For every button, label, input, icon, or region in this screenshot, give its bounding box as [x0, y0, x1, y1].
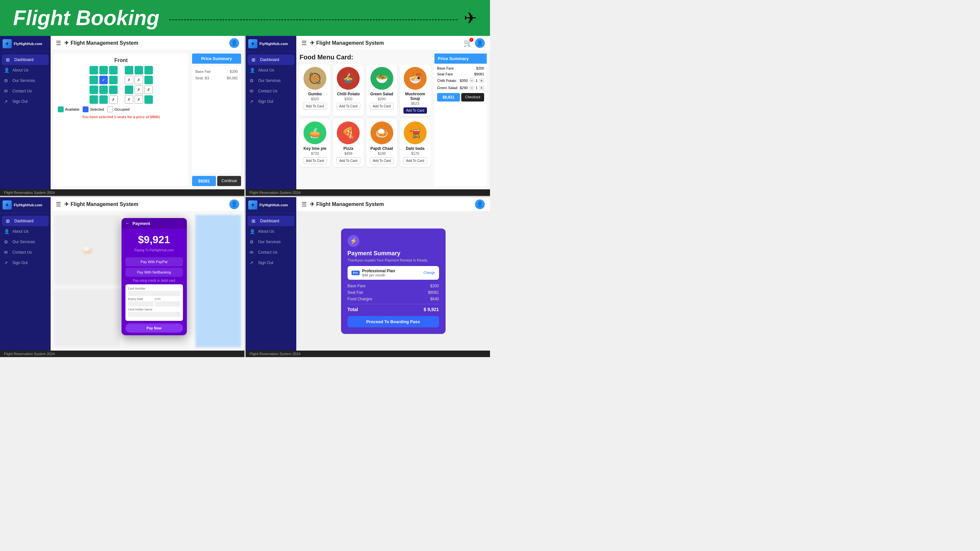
nav-contact-2[interactable]: ✉ Contact Us: [246, 86, 296, 96]
seat-row-3: ✗ ✗: [89, 86, 153, 94]
nav-contact-1[interactable]: ✉ Contact Us: [0, 86, 51, 96]
nav-label: Our Services: [258, 78, 281, 83]
add-to-card-btn[interactable]: Add To Card: [336, 103, 360, 110]
user-avatar-4[interactable]: 👤: [475, 199, 485, 209]
seat[interactable]: [109, 86, 118, 94]
seat-occupied: ✗: [145, 86, 153, 94]
seat[interactable]: [109, 76, 118, 84]
seat[interactable]: [89, 86, 98, 94]
pay-now-btn[interactable]: Pay Now: [126, 324, 183, 333]
seat[interactable]: [109, 66, 118, 75]
user-avatar-1[interactable]: 👤: [229, 38, 239, 48]
ps-seat-fare-row: Seat Fair $9081: [348, 290, 439, 295]
seat[interactable]: [145, 95, 153, 104]
cvc-input[interactable]: [155, 301, 180, 306]
nav-about-3[interactable]: 👤 About Us: [0, 226, 51, 237]
food-card-dahi: 🫕 Dahi bada $170 Add To Card: [400, 119, 431, 167]
payment-summary-area: ⚡ Payment Summary Thankyou suyash Your P…: [296, 211, 490, 351]
card-number-input[interactable]: [128, 291, 180, 296]
payment-back-btn[interactable]: ←: [126, 221, 130, 226]
add-to-card-btn[interactable]: Add To Card: [403, 157, 427, 164]
nav-signout-4[interactable]: ↗ Sign Out: [246, 257, 296, 268]
salad-plus-btn[interactable]: +: [479, 85, 484, 91]
ps-plan-change-btn[interactable]: Change: [423, 271, 435, 275]
nav-dashboard-1[interactable]: ⊞ Dashboard: [2, 54, 49, 65]
nav-signout-3[interactable]: ↗ Sign Out: [0, 257, 51, 268]
seat[interactable]: [89, 95, 98, 104]
add-to-card-btn[interactable]: Add To Card: [336, 157, 360, 164]
seat-row-1: [89, 66, 153, 75]
user-avatar-3[interactable]: 👤: [229, 199, 239, 209]
seat[interactable]: [135, 66, 143, 75]
nav-about-2[interactable]: 👤 About Us: [246, 65, 296, 75]
menu-icon-4[interactable]: ☰: [302, 201, 307, 208]
chilli-plus-btn[interactable]: +: [479, 78, 484, 83]
seat[interactable]: [145, 76, 153, 84]
add-to-card-btn[interactable]: Add To Card: [370, 103, 394, 110]
continue-button[interactable]: Continue: [217, 176, 241, 186]
sidebar-nav-1: ⊞ Dashboard 👤 About Us ⚙ Our Services ✉ …: [0, 52, 51, 110]
nav-dashboard-3[interactable]: ⊞ Dashboard: [2, 216, 49, 226]
payment-summary-card: ⚡ Payment Summary Thankyou suyash Your P…: [341, 229, 445, 334]
nav-label: Contact Us: [13, 250, 32, 255]
expiry-input[interactable]: [128, 301, 154, 306]
salad-minus-btn[interactable]: −: [469, 85, 474, 91]
nav-about-1[interactable]: 👤 About Us: [0, 65, 51, 75]
seat[interactable]: [89, 66, 98, 75]
food-total-button[interactable]: $9,921: [437, 93, 460, 102]
seat[interactable]: [89, 76, 98, 84]
user-avatar-2[interactable]: 👤: [475, 38, 485, 48]
seat[interactable]: [99, 95, 108, 104]
add-to-card-btn[interactable]: Add To Card: [303, 103, 327, 110]
sidebar-3: ✈ FlyHighHub.com ⊞ Dashboard 👤 About Us …: [0, 197, 51, 351]
nav-signout-2[interactable]: ↗ Sign Out: [246, 96, 296, 107]
food-card-chilli: 🍲 Chilli Potato $350 Add To Card: [333, 64, 364, 116]
seat-area: Front: [51, 50, 244, 189]
sidebar-4: ✈ FlyHighHub.com ⊞ Dashboard 👤 About Us …: [246, 197, 296, 351]
signout-icon-4: ↗: [250, 260, 255, 265]
seat[interactable]: [125, 86, 133, 94]
seat[interactable]: [145, 66, 153, 75]
logo-icon-4: ✈: [248, 200, 258, 210]
seat[interactable]: [99, 66, 108, 75]
nav-services-1[interactable]: ⚙ Our Services: [0, 75, 51, 86]
netbanking-btn[interactable]: Pay With NetBanking: [126, 268, 183, 277]
top-bar-title-3: ✈ Flight Management System: [64, 201, 229, 207]
nav-services-2[interactable]: ⚙ Our Services: [246, 75, 296, 86]
nav-signout-1[interactable]: ↗ Sign Out: [0, 96, 51, 107]
nav-about-4[interactable]: 👤 About Us: [246, 226, 296, 237]
add-to-card-btn[interactable]: Add To Card: [303, 157, 327, 164]
top-bar-3: ☰ ✈ Flight Management System 👤: [51, 197, 244, 211]
holder-input[interactable]: [128, 312, 180, 317]
services-icon-3: ⚙: [4, 239, 10, 245]
price-total-button[interactable]: $9281: [192, 176, 216, 186]
seat[interactable]: [125, 66, 133, 75]
signout-icon-3: ↗: [4, 260, 10, 265]
nav-contact-3[interactable]: ✉ Contact Us: [0, 247, 51, 257]
seat-value: $9,081: [227, 76, 238, 80]
logo-icon-3: ✈: [3, 200, 12, 210]
ps-boarding-btn[interactable]: Proceed To Boarding Pass: [348, 316, 439, 327]
menu-icon-1[interactable]: ☰: [56, 40, 61, 47]
main-content-3: ☰ ✈ Flight Management System 👤 🍛: [51, 197, 244, 351]
base-fare-label: Base Fair: [195, 70, 211, 73]
paypal-btn[interactable]: Pay With PayPal: [126, 257, 183, 266]
chilli-minus-btn[interactable]: −: [469, 78, 474, 83]
nav-dashboard-2[interactable]: ⊞ Dashboard: [248, 54, 294, 65]
nav-dashboard-4[interactable]: ⊞ Dashboard: [248, 216, 294, 226]
nav-contact-4[interactable]: ✉ Contact Us: [246, 247, 296, 257]
ps-plan-info: Professional Plan $49 per month: [362, 268, 395, 277]
seat[interactable]: [99, 86, 108, 94]
seat-selected[interactable]: ✓: [99, 76, 108, 84]
food-name: Green Salad: [369, 92, 395, 96]
about-icon-4: 👤: [250, 229, 255, 234]
add-to-card-btn-dark[interactable]: Add To Card: [403, 107, 426, 114]
main-content-1: ☰ ✈ Flight Management System 👤 Front: [51, 36, 244, 189]
nav-services-4[interactable]: ⚙ Our Services: [246, 237, 296, 247]
fp-salad-value: $290: [460, 86, 468, 90]
add-to-card-btn[interactable]: Add To Card: [370, 157, 394, 164]
menu-icon-3[interactable]: ☰: [56, 201, 61, 208]
menu-icon-2[interactable]: ☰: [302, 40, 307, 47]
nav-services-3[interactable]: ⚙ Our Services: [0, 237, 51, 247]
food-checkout-button[interactable]: Checkout: [461, 93, 484, 102]
